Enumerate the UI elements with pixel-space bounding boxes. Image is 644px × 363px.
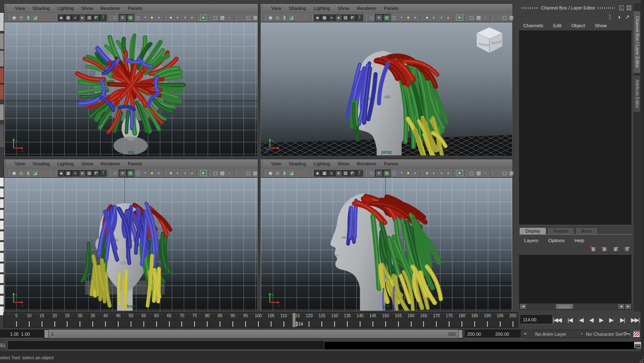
frame-all-icon[interactable]: ▥ bbox=[252, 14, 259, 21]
film-gate-icon[interactable]: ▦ bbox=[321, 14, 328, 21]
grease-pencil-add-icon[interactable]: + bbox=[295, 14, 302, 21]
scrollbar-thumb[interactable] bbox=[555, 304, 574, 309]
xray-joints-icon[interactable]: ▧ bbox=[475, 170, 482, 177]
wireframe-mode-icon[interactable]: □ bbox=[368, 14, 375, 21]
checker-ball-icon[interactable]: ◔ bbox=[141, 14, 148, 21]
pan-zoom-icon[interactable]: ◈ bbox=[314, 14, 321, 21]
scene-cube-icon[interactable]: ▢ bbox=[245, 14, 252, 21]
step-back-key-button[interactable]: |◀ bbox=[576, 317, 585, 323]
xray-icon[interactable]: ▢ bbox=[468, 14, 475, 21]
xray-joints-icon[interactable]: ▧ bbox=[219, 14, 226, 21]
frame-all-icon[interactable]: ▥ bbox=[508, 14, 515, 21]
shade-sphere-flat-icon[interactable]: ● bbox=[167, 14, 174, 21]
panel-drag-handle[interactable] bbox=[522, 7, 539, 9]
go-to-end-button[interactable]: ▶▶| bbox=[629, 317, 642, 323]
layer-menu-help[interactable]: Help bbox=[569, 238, 589, 243]
safe-action-icon[interactable]: ◩ bbox=[349, 14, 356, 21]
current-frame-marker[interactable] bbox=[293, 313, 295, 327]
grease-pencil-brush-icon[interactable]: / bbox=[46, 170, 53, 177]
auto-key-icon[interactable] bbox=[623, 331, 631, 336]
isolate-select-icon[interactable]: ► bbox=[200, 14, 207, 21]
checker-ball-icon[interactable]: ◔ bbox=[398, 14, 405, 21]
safe-action-icon[interactable]: ◩ bbox=[93, 170, 100, 177]
camera-attributes-icon[interactable]: ◎ bbox=[18, 14, 25, 21]
range-end-handle[interactable] bbox=[458, 330, 463, 338]
safe-title-icon[interactable]: T bbox=[356, 14, 363, 21]
layer-list-scrollbar[interactable]: ◀ ◀ ▶ bbox=[519, 303, 632, 310]
default-light-icon[interactable]: ● bbox=[155, 170, 162, 177]
wireframe-mode-icon[interactable]: □ bbox=[368, 170, 375, 177]
viewport-menu-view[interactable]: View bbox=[11, 6, 29, 11]
use-all-lights-icon[interactable]: ● bbox=[148, 14, 155, 21]
camera-attributes-icon[interactable]: ◎ bbox=[274, 14, 281, 21]
safe-title-icon[interactable]: T bbox=[100, 14, 107, 21]
viewport-menu-view[interactable]: View bbox=[11, 161, 29, 166]
select-camera-icon[interactable]: ◉ bbox=[267, 170, 274, 177]
grease-pencil-add-icon[interactable]: + bbox=[295, 170, 302, 177]
panel-close-button[interactable]: × bbox=[626, 5, 632, 11]
viewport-persp[interactable]: ViewShadingLightingShowRendererPanels◉◎▮… bbox=[260, 3, 513, 157]
shaded-mode-icon[interactable]: ■ bbox=[375, 170, 383, 177]
field-chart-icon[interactable]: ▨ bbox=[86, 14, 93, 21]
create-empty-layer-icon[interactable] bbox=[611, 245, 619, 252]
shade-sphere-half-icon[interactable]: ◐ bbox=[174, 170, 181, 177]
select-camera-icon[interactable]: ◉ bbox=[11, 14, 18, 21]
exposure-icon[interactable]: ◦ bbox=[226, 14, 233, 21]
viewport-menu-view[interactable]: View bbox=[267, 161, 285, 166]
range-bar[interactable]: 1 200 bbox=[49, 330, 458, 338]
film-gate-icon[interactable]: ▦ bbox=[321, 170, 328, 177]
view-cube[interactable]: FRONTRIGHT bbox=[475, 26, 504, 54]
viewport-menu-panels[interactable]: Panels bbox=[124, 161, 146, 166]
plugin-red-icon[interactable]: * bbox=[494, 14, 501, 21]
move-manipulator-icon[interactable] bbox=[607, 14, 613, 20]
safe-title-icon[interactable]: T bbox=[356, 170, 363, 177]
viewport-menu-shading[interactable]: Shading bbox=[29, 6, 54, 11]
move-layer-up-icon[interactable] bbox=[589, 245, 597, 252]
textured-mode-icon[interactable]: ▣ bbox=[383, 14, 391, 21]
panel-restore-button[interactable] bbox=[618, 5, 625, 11]
time-slider[interactable]: 5101520253035404550556065707580859095100… bbox=[3, 312, 518, 328]
viewport-canvas-front[interactable]: yxfront bbox=[5, 177, 258, 311]
shade-sphere-flat-icon[interactable]: ● bbox=[167, 170, 174, 177]
exposure-icon[interactable]: ◦ bbox=[482, 14, 489, 21]
command-line-result[interactable] bbox=[324, 341, 637, 350]
viewport-front[interactable]: ViewShadingLightingShowRendererPanels◉◎▮… bbox=[4, 159, 258, 311]
shade-sphere-spec-icon[interactable]: ◑ bbox=[438, 14, 445, 21]
scroll-left-button[interactable]: ◀ bbox=[618, 304, 625, 309]
side-tab-attribute-editor[interactable]: Attribute Editor bbox=[634, 75, 641, 113]
safe-action-icon[interactable]: ◩ bbox=[93, 14, 100, 21]
default-light-icon[interactable]: ● bbox=[412, 14, 419, 21]
isolate-select-icon[interactable]: ► bbox=[457, 170, 463, 176]
resolution-gate-icon[interactable]: ● bbox=[328, 170, 335, 177]
scene-cube-icon[interactable]: ▢ bbox=[245, 170, 252, 177]
shade-sphere-half-icon[interactable]: ◐ bbox=[174, 14, 181, 21]
frame-all-icon[interactable]: ▥ bbox=[252, 170, 259, 177]
viewport-menu-panels[interactable]: Panels bbox=[124, 6, 146, 11]
film-gate-icon[interactable]: ▦ bbox=[65, 14, 72, 21]
field-chart-icon[interactable]: ▨ bbox=[342, 14, 349, 21]
channel-box-menu-object[interactable]: Object bbox=[566, 23, 590, 28]
frame-all-icon[interactable]: ▥ bbox=[508, 170, 515, 177]
shade-sphere-tex-icon[interactable]: ◕ bbox=[188, 14, 195, 21]
exposure-icon[interactable]: ◦ bbox=[226, 170, 233, 177]
use-all-lights-icon[interactable]: ● bbox=[148, 170, 155, 177]
move-layer-down-icon[interactable] bbox=[600, 245, 608, 252]
gate-mask-icon[interactable]: ● bbox=[79, 170, 86, 177]
gate-mask-icon[interactable]: ● bbox=[335, 170, 342, 177]
viewport-menu-show[interactable]: Show bbox=[334, 6, 353, 11]
layer-tab-render[interactable]: Render bbox=[547, 227, 574, 234]
scroll-left-button[interactable]: ◀ bbox=[520, 304, 527, 309]
plugin-red-icon[interactable]: * bbox=[238, 170, 245, 177]
play-forwards-button[interactable]: ▶ bbox=[597, 317, 606, 323]
resolution-gate-icon[interactable]: ● bbox=[72, 14, 79, 21]
create-layer-from-selected-icon[interactable] bbox=[623, 245, 630, 252]
viewport-menu-shading[interactable]: Shading bbox=[29, 161, 54, 166]
step-forward-key-button[interactable]: ▶| bbox=[607, 317, 616, 323]
viewport-menu-lighting[interactable]: Lighting bbox=[54, 6, 77, 11]
xray-icon[interactable]: ▢ bbox=[468, 170, 475, 177]
viewport-menu-lighting[interactable]: Lighting bbox=[310, 161, 334, 166]
channel-box-list[interactable] bbox=[519, 31, 632, 225]
wire-on-shaded-icon[interactable]: ◫ bbox=[391, 170, 398, 177]
playback-start-field[interactable]: 1.00 bbox=[19, 330, 45, 338]
channel-box-menu-show[interactable]: Show bbox=[590, 23, 612, 28]
